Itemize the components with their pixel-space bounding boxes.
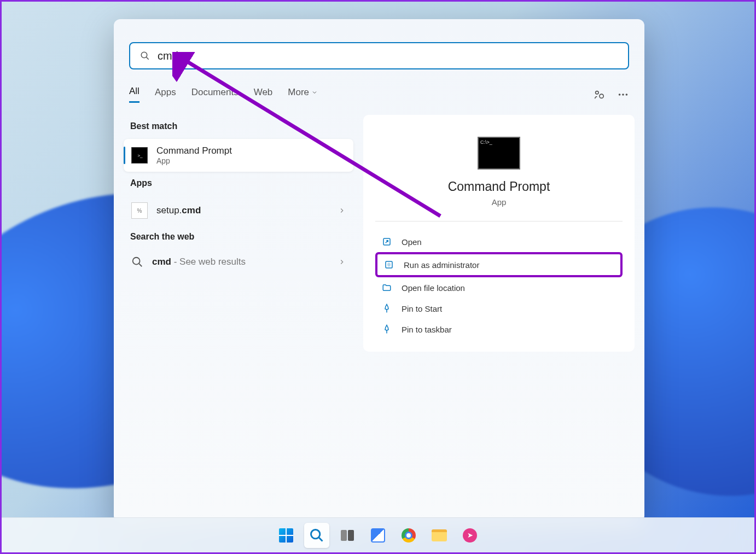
svg-point-12	[311, 529, 320, 538]
action-open-file-location[interactable]: Open file location	[375, 277, 623, 298]
taskbar	[2, 517, 754, 552]
widgets-button[interactable]	[365, 523, 391, 548]
command-prompt-large-icon	[478, 137, 520, 170]
section-search-web: Search the web	[130, 232, 353, 242]
detail-pane: Command Prompt App Open Run as administr…	[363, 115, 635, 352]
pin-icon	[382, 304, 392, 313]
search-icon	[131, 256, 143, 268]
action-label: Run as administrator	[404, 260, 479, 270]
action-label: Pin to Start	[402, 304, 442, 313]
filter-tabs-row: All Apps Documents Web More	[129, 86, 629, 103]
action-run-as-administrator[interactable]: Run as administrator	[375, 252, 623, 277]
svg-point-4	[619, 94, 621, 96]
search-icon	[140, 51, 150, 61]
task-view-button[interactable]	[335, 523, 360, 548]
svg-point-0	[141, 52, 147, 58]
account-settings-icon[interactable]	[593, 89, 605, 101]
action-pin-to-start[interactable]: Pin to Start	[375, 298, 623, 319]
tab-web[interactable]: Web	[254, 86, 273, 103]
svg-point-7	[133, 258, 140, 265]
tab-apps[interactable]: Apps	[155, 86, 176, 103]
file-explorer-button[interactable]	[427, 523, 452, 548]
svg-line-1	[147, 57, 149, 60]
search-input[interactable]	[158, 50, 618, 62]
result-setup-cmd[interactable]: % setup.cmd	[124, 196, 353, 225]
more-options-icon[interactable]	[617, 89, 629, 101]
results-column: Best match Command Prompt App Apps % set…	[124, 115, 353, 352]
folder-icon	[432, 529, 447, 541]
result-title: Command Prompt	[156, 145, 346, 156]
divider	[375, 221, 623, 221]
svg-point-3	[600, 94, 603, 98]
pin-icon	[382, 324, 392, 334]
detail-title: Command Prompt	[375, 179, 623, 194]
search-icon	[309, 528, 324, 543]
admin-shield-icon	[384, 260, 394, 270]
tab-documents[interactable]: Documents	[191, 86, 239, 103]
chevron-right-icon	[338, 207, 346, 214]
batch-file-icon: %	[131, 202, 148, 219]
app-button[interactable]	[457, 523, 482, 548]
tab-more[interactable]: More	[288, 86, 318, 103]
svg-line-13	[319, 538, 322, 541]
chevron-right-icon	[338, 258, 346, 266]
chrome-button[interactable]	[396, 523, 421, 548]
detail-subtitle: App	[375, 197, 623, 207]
action-label: Open	[402, 237, 422, 247]
open-icon	[382, 237, 392, 247]
action-pin-to-taskbar[interactable]: Pin to taskbar	[375, 319, 623, 340]
svg-point-6	[626, 94, 628, 96]
chrome-icon	[402, 528, 416, 543]
widgets-icon	[371, 528, 385, 543]
svg-line-8	[139, 264, 142, 266]
tab-more-label: More	[288, 87, 309, 98]
windows-search-window: All Apps Documents Web More Best match C…	[114, 19, 644, 522]
svg-point-2	[596, 91, 599, 94]
section-best-match: Best match	[130, 121, 353, 131]
chevron-down-icon	[311, 89, 318, 96]
action-label: Pin to taskbar	[402, 325, 452, 334]
task-view-icon	[341, 530, 354, 541]
tab-all[interactable]: All	[129, 86, 139, 103]
folder-icon	[382, 283, 392, 293]
action-open[interactable]: Open	[375, 231, 623, 252]
result-command-prompt[interactable]: Command Prompt App	[124, 139, 353, 172]
action-label: Open file location	[402, 283, 465, 293]
result-subtitle: App	[156, 156, 346, 165]
command-prompt-icon	[131, 147, 148, 164]
taskbar-search-button[interactable]	[304, 523, 329, 548]
app-icon	[463, 528, 477, 543]
result-title: cmd - See web results	[152, 256, 329, 267]
start-button[interactable]	[274, 523, 299, 548]
search-bar[interactable]	[129, 42, 629, 69]
windows-logo-icon	[279, 528, 293, 543]
section-apps: Apps	[130, 178, 353, 188]
result-web-cmd[interactable]: cmd - See web results	[124, 249, 353, 275]
result-title: setup.cmd	[156, 205, 329, 216]
svg-point-5	[622, 94, 624, 96]
